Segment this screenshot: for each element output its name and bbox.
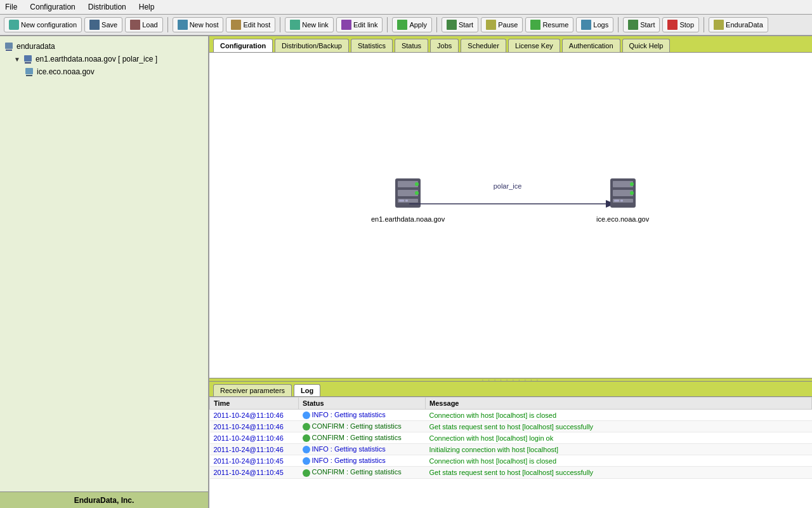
resume-button[interactable]: Resume	[525, 17, 573, 32]
log-status-cell: CONFIRM : Getting statistics	[299, 432, 426, 444]
bottom-tab-log[interactable]: Log	[294, 384, 320, 396]
log-message-cell: Get stats request sent to host [localhos…	[426, 467, 812, 478]
server-root-icon	[4, 41, 14, 51]
tab-quick-help[interactable]: Quick Help	[622, 39, 671, 52]
tab-authentication[interactable]: Authentication	[562, 39, 620, 52]
save-button[interactable]: Save	[84, 17, 122, 32]
log-table: Time Status Message 2011-10-24@11:10:46I…	[209, 397, 812, 479]
stop-button[interactable]: Stop	[662, 17, 699, 32]
tab-scheduler[interactable]: Scheduler	[461, 39, 506, 52]
log-table-row: 2011-10-24@11:10:45CONFIRM : Getting sta…	[210, 467, 812, 478]
tab-distribution-backup[interactable]: Distribution/Backup	[275, 39, 349, 52]
apply-button[interactable]: Apply	[392, 17, 432, 32]
toolbar-sep-6	[704, 17, 704, 32]
diagram-inner: en1.earthdata.noaa.gov polar_ice	[352, 177, 669, 253]
toolbar-sep-3	[387, 17, 388, 32]
confirm-status-icon	[303, 469, 310, 477]
sidebar-en1-label: en1.earthdata.noaa.gov [ polar_ice ]	[36, 55, 157, 64]
apply-icon	[397, 20, 407, 30]
log-message-cell: Get stats request sent to host [localhos…	[426, 421, 812, 432]
new-link-button[interactable]: New link	[285, 17, 334, 32]
content-area: en1.earthdata.noaa.gov polar_ice	[209, 53, 812, 378]
bottom-panel: Receiver parameters Log Time Status Mess…	[209, 382, 812, 508]
sidebar-tree: enduradata ▼ en1.earthdata.noaa.gov [ po…	[0, 36, 208, 491]
edit-host-icon	[231, 20, 241, 30]
sidebar: enduradata ▼ en1.earthdata.noaa.gov [ po…	[0, 36, 209, 508]
save-icon	[89, 20, 100, 30]
menu-bar: File Configuration Distribution Help	[0, 0, 812, 15]
edit-link-button[interactable]: Edit link	[336, 17, 383, 32]
log-time-cell: 2011-10-24@11:10:46	[210, 444, 299, 455]
svg-rect-13	[405, 200, 408, 202]
info-status-icon	[303, 457, 310, 465]
enduradata-icon	[714, 20, 724, 30]
svg-rect-5	[26, 75, 32, 76]
log-time-cell: 2011-10-24@11:10:46	[210, 421, 299, 432]
logs-button[interactable]: Logs	[576, 17, 613, 32]
log-status-cell: CONFIRM : Getting statistics	[299, 421, 426, 432]
sidebar-item-ice[interactable]: ice.eco.noaa.gov	[24, 65, 204, 78]
collapse-triangle: ▼	[14, 56, 20, 63]
log-status-cell: INFO : Getting statistics	[299, 410, 426, 421]
tab-license-key[interactable]: License Key	[508, 39, 560, 52]
resume-icon	[530, 20, 540, 30]
log-status-cell: INFO : Getting statistics	[299, 455, 426, 467]
edit-host-button[interactable]: Edit host	[226, 17, 275, 32]
svg-point-21	[630, 191, 634, 195]
logs-icon	[581, 20, 591, 30]
start-icon	[447, 20, 457, 30]
log-table-row: 2011-10-24@11:10:46CONFIRM : Getting sta…	[210, 432, 812, 444]
sidebar-item-en1[interactable]: ▼ en1.earthdata.noaa.gov [ polar_ice ]	[14, 53, 204, 65]
sidebar-footer: EnduraData, Inc.	[0, 491, 208, 508]
tab-statistics[interactable]: Statistics	[351, 39, 393, 52]
menu-configuration[interactable]: Configuration	[27, 1, 77, 13]
toolbar-sep-2	[280, 17, 280, 32]
svg-rect-3	[25, 62, 31, 64]
log-message-cell: Connection with host [localhost] is clos…	[426, 410, 812, 421]
menu-file[interactable]: File	[3, 1, 20, 13]
log-table-row: 2011-10-24@11:10:46CONFIRM : Getting sta…	[210, 421, 812, 432]
log-table-row: 2011-10-24@11:10:46INFO : Getting statis…	[210, 444, 812, 455]
log-status-cell: INFO : Getting statistics	[299, 444, 426, 455]
enduradata-button[interactable]: EnduraData	[709, 17, 768, 32]
diagram-area: en1.earthdata.noaa.gov polar_ice	[209, 53, 812, 378]
log-message-cell: Connection with host [localhost] is clos…	[426, 455, 812, 467]
svg-rect-2	[24, 55, 32, 62]
sidebar-ice-label: ice.eco.noaa.gov	[37, 67, 95, 76]
log-time-cell: 2011-10-24@11:10:46	[210, 410, 299, 421]
start-button[interactable]: Start	[442, 17, 478, 32]
new-config-button[interactable]: New configuration	[4, 17, 82, 32]
sidebar-item-enduradata[interactable]: enduradata	[4, 40, 204, 53]
toolbar-sep-4	[436, 17, 437, 32]
target-server-icon	[608, 177, 638, 213]
load-icon	[130, 20, 140, 30]
svg-rect-1	[6, 50, 12, 51]
svg-rect-4	[25, 68, 33, 74]
pause-button[interactable]: Pause	[481, 17, 523, 32]
new-host-icon	[178, 20, 188, 30]
log-table-row: 2011-10-24@11:10:45INFO : Getting statis…	[210, 455, 812, 467]
load-button[interactable]: Load	[125, 17, 162, 32]
target-host-label: ice.eco.noaa.gov	[596, 215, 649, 223]
target-host-node: ice.eco.noaa.gov	[596, 177, 649, 223]
pause-icon	[486, 20, 496, 30]
bottom-tabs-bar: Receiver parameters Log	[209, 382, 812, 397]
server-en1-icon	[23, 54, 33, 64]
new-host-button[interactable]: New host	[173, 17, 224, 32]
menu-help[interactable]: Help	[136, 1, 157, 13]
tab-jobs[interactable]: Jobs	[430, 39, 459, 52]
info-status-icon	[303, 411, 310, 419]
bottom-tab-receiver-params[interactable]: Receiver parameters	[213, 384, 292, 396]
menu-distribution[interactable]: Distribution	[86, 1, 129, 13]
tab-configuration[interactable]: Configuration	[213, 39, 273, 52]
svg-rect-12	[399, 200, 404, 202]
log-table-wrap[interactable]: Time Status Message 2011-10-24@11:10:46I…	[209, 397, 812, 508]
log-time-cell: 2011-10-24@11:10:45	[210, 467, 299, 478]
stop-icon	[667, 20, 678, 30]
new-link-icon	[290, 20, 300, 30]
log-message-cell: Connection with host [localhost] login o…	[426, 432, 812, 444]
start2-button[interactable]: Start	[623, 17, 660, 32]
col-message: Message	[426, 398, 812, 410]
tab-status[interactable]: Status	[395, 39, 428, 52]
toolbar-sep-5	[618, 17, 619, 32]
